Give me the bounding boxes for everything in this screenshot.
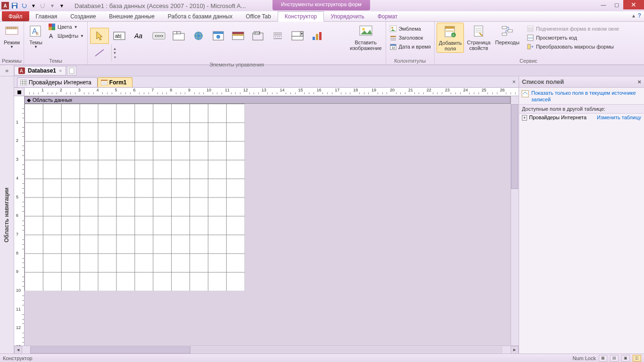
file-tab[interactable]: Файл <box>2 11 29 21</box>
object-tab-close-icon[interactable]: × <box>512 78 516 85</box>
vscroll-thumb[interactable] <box>511 104 518 189</box>
colors-button[interactable]: Цвета ▼ <box>47 23 85 31</box>
svg-rect-24 <box>173 32 177 34</box>
tab-database[interactable]: Работа с базами данных <box>161 11 239 21</box>
group-controls: ab| Aa XXXX XYZ ▲▼▾ Вставить изображение… <box>88 22 386 65</box>
button-tool-icon[interactable]: XXXX <box>149 28 168 44</box>
add-fields-button[interactable]: + Добавить поля <box>437 23 464 53</box>
design-view-icon[interactable]: ◫ <box>633 355 641 362</box>
pagebreak-tool-icon[interactable] <box>268 28 287 44</box>
doc-tab-database[interactable]: A Database1 × <box>14 66 66 75</box>
title-icon <box>389 34 397 41</box>
tab-create[interactable]: Создание <box>64 11 102 21</box>
group-headerfooter-label: Колонтитулы <box>388 58 432 65</box>
insert-image-button[interactable]: Вставить изображение <box>348 23 384 52</box>
undo-icon[interactable] <box>20 1 28 10</box>
fonts-button[interactable]: AШрифты ▼ <box>47 32 85 40</box>
ribbon-minimize-icon[interactable]: ▴ <box>632 12 635 19</box>
doc-tab-close-icon[interactable]: × <box>59 68 62 74</box>
field-list-pane: Список полей × Показать только поля в те… <box>519 76 644 354</box>
hyperlink-tool-icon[interactable] <box>189 28 208 44</box>
label-tool-icon[interactable]: Aa <box>130 28 149 44</box>
navigation-tool-icon[interactable] <box>229 28 248 44</box>
maximize-button[interactable]: ▢ <box>610 0 623 9</box>
combobox-tool-icon[interactable] <box>288 28 307 44</box>
doc-tab-new-icon[interactable] <box>67 66 76 75</box>
optiongroup-tool-icon[interactable]: XYZ <box>248 28 267 44</box>
detail-section-grid[interactable] <box>25 104 245 291</box>
qat-customize-icon[interactable]: ▾ <box>58 1 66 10</box>
svg-text:Aa: Aa <box>134 32 142 40</box>
show-current-fields-link[interactable]: Показать только поля в текущем источнике… <box>531 90 642 103</box>
minimize-button[interactable]: — <box>597 0 610 9</box>
title-button[interactable]: Заголовок <box>388 33 432 42</box>
vertical-ruler[interactable]: 12345678910111213 <box>14 96 25 346</box>
object-tab-providers[interactable]: Провайдеры Интернета <box>17 77 98 87</box>
form-canvas[interactable]: ◆ Область данных <box>25 96 511 346</box>
textbox-tool-icon[interactable]: ab| <box>110 28 129 44</box>
datasheet-view-icon[interactable]: ▤ <box>610 355 619 362</box>
hscroll-left-icon[interactable]: ◄ <box>14 346 22 354</box>
edit-table-link[interactable]: Изменить таблицу <box>597 115 641 120</box>
colors-icon <box>48 23 56 31</box>
group-tools: + Добавить поля Страница свойств Переход… <box>435 22 622 65</box>
table-name-label: Провайдеры Интернета <box>529 115 586 120</box>
svg-rect-16 <box>52 27 55 30</box>
hscroll-right-icon[interactable]: ► <box>511 346 519 354</box>
layout-view-icon[interactable]: ▣ <box>621 355 630 362</box>
chart-tool-icon[interactable] <box>308 28 327 44</box>
redo-icon[interactable] <box>39 1 47 10</box>
tab-format[interactable]: Формат <box>371 11 405 21</box>
detail-section-header[interactable]: ◆ Область данных <box>25 96 511 104</box>
group-themes-label: Темы <box>26 58 85 65</box>
subform-icon <box>527 25 534 33</box>
window-title: Database1 : база данных (Access 2007 - 2… <box>74 2 246 9</box>
horizontal-ruler[interactable]: ◼ 12345678910111213141516171819202122232… <box>14 88 519 96</box>
tab-order-button[interactable]: Переходы <box>493 23 521 46</box>
property-sheet-icon <box>471 24 486 39</box>
datetime-button[interactable]: 12Дата и время <box>388 42 432 51</box>
svg-rect-88 <box>522 90 528 97</box>
tab-officetab[interactable]: Office Tab <box>239 11 278 21</box>
select-tool-icon[interactable] <box>90 28 109 44</box>
quick-access-toolbar: A ▾ ▾ ▾ <box>1 1 66 10</box>
hscroll-thumb[interactable] <box>30 346 190 354</box>
themes-button[interactable]: Aa Темы ▼ <box>26 23 46 50</box>
svg-text:XXXX: XXXX <box>155 34 164 38</box>
help-icon[interactable]: ? <box>638 12 641 19</box>
line-tool-icon[interactable] <box>90 45 109 61</box>
logo-button[interactable]: Эмблема <box>388 25 432 33</box>
vertical-scrollbar[interactable] <box>511 96 519 346</box>
property-sheet-button[interactable]: Страница свойств <box>465 23 492 52</box>
tab-home[interactable]: Главная <box>29 11 64 21</box>
navigation-pane-collapsed[interactable]: Область навигации <box>0 76 14 354</box>
close-button[interactable]: ✕ <box>623 0 644 9</box>
gallery-more-icon[interactable]: ▲▼▾ <box>111 44 118 61</box>
tab-arrange[interactable]: Упорядочить <box>324 11 371 21</box>
tab-design[interactable]: Конструктор <box>278 11 324 22</box>
tab-control-icon[interactable] <box>169 28 188 44</box>
view-button[interactable]: Режим ▼ <box>2 23 22 50</box>
navpane-expand-icon[interactable]: » <box>0 65 14 76</box>
subform-button[interactable]: Подчиненная форма в новом окне <box>525 25 620 33</box>
form-view-icon[interactable]: ▦ <box>599 355 607 362</box>
pane-close-icon[interactable]: × <box>637 78 641 85</box>
emblem-label: Эмблема <box>399 26 421 32</box>
ribbon-tabs: Файл Главная Создание Внешние данные Раб… <box>0 11 644 22</box>
webbrowser-tool-icon[interactable] <box>209 28 228 44</box>
field-list-table-item[interactable]: +Провайдеры Интернета Изменить таблицу <box>519 114 644 121</box>
undo-dropdown-icon[interactable]: ▾ <box>29 1 38 10</box>
field-list-title: Список полей <box>522 78 564 85</box>
convert-macros-icon <box>527 43 534 50</box>
view-code-button[interactable]: </>Просмотреть код <box>525 33 620 42</box>
expand-icon[interactable]: + <box>522 115 527 121</box>
ruler-corner-icon[interactable]: ◼ <box>14 88 25 96</box>
table-icon <box>20 80 27 85</box>
object-tab-form1[interactable]: Form1 <box>98 77 133 87</box>
redo-dropdown-icon[interactable]: ▾ <box>48 1 57 10</box>
doc-tab-label: Database1 <box>28 67 56 74</box>
tab-external[interactable]: Внешние данные <box>102 11 161 21</box>
horizontal-scrollbar[interactable]: ◄ ► <box>14 346 519 354</box>
save-icon[interactable] <box>10 1 19 10</box>
convert-macros-button[interactable]: Преобразовать макросы формы <box>525 42 620 51</box>
